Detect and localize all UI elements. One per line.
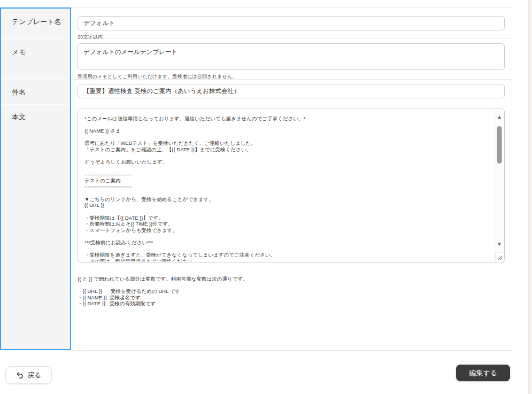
window-scrollbar[interactable] [528, 0, 532, 394]
label-body: 本文 [1, 105, 70, 349]
body-row: *このメールは送信専用となっております。返信いただいても届きませんのでご了承くだ… [71, 105, 512, 351]
variables-note: {{ と }} で囲われている部分は変数です。利用可能な変数は次の通りです。 ・… [78, 276, 505, 307]
label-memo: メモ [1, 39, 70, 79]
body-textarea[interactable]: *このメールは送信専用となっております。返信いただいても届きませんのでご了承くだ… [78, 109, 505, 262]
label-template-name: テンプレート名 [1, 9, 70, 39]
label-subject: 件名 [1, 79, 70, 105]
scrollbar-thumb[interactable] [497, 126, 502, 164]
edit-button[interactable]: 編集する [456, 365, 510, 381]
template-name-input[interactable] [78, 16, 505, 30]
label-template-name-text: テンプレート名 [12, 18, 61, 26]
resize-handle-icon[interactable] [495, 252, 504, 261]
body-textarea-scrollbar[interactable]: ▲ ▼ [495, 110, 504, 261]
subject-row [71, 80, 512, 105]
memo-textarea[interactable]: デフォルトのメールテンプレート [78, 43, 505, 70]
subject-input[interactable] [78, 84, 505, 98]
back-button-label: 戻る [27, 370, 41, 380]
scroll-up-icon[interactable]: ▲ [495, 114, 504, 120]
back-icon [16, 372, 24, 379]
back-button[interactable]: 戻る [5, 366, 52, 384]
form-content-column: 20文字以内 デフォルトのメールテンプレート 管理用のメモとしてご利用いただけま… [71, 7, 512, 351]
label-subject-text: 件名 [12, 88, 26, 96]
memo-row: デフォルトのメールテンプレート 管理用のメモとしてご利用いただけます。受検者には… [71, 39, 512, 80]
body-textarea-content[interactable]: *このメールは送信専用となっております。返信いただいても届きませんのでご了承くだ… [79, 110, 494, 261]
label-memo-text: メモ [12, 48, 26, 56]
template-name-row: 20文字以内 [71, 8, 512, 39]
form-label-column: テンプレート名 メモ 件名 本文 [0, 7, 71, 350]
label-body-text: 本文 [12, 113, 26, 121]
template-form: テンプレート名 メモ 件名 本文 20文字以内 デフォルトのメールテンプレート … [0, 7, 512, 351]
mail-template-detail-page: テンプレート名 メモ 件名 本文 20文字以内 デフォルトのメールテンプレート … [0, 0, 532, 394]
scroll-down-icon[interactable]: ▼ [495, 242, 504, 247]
